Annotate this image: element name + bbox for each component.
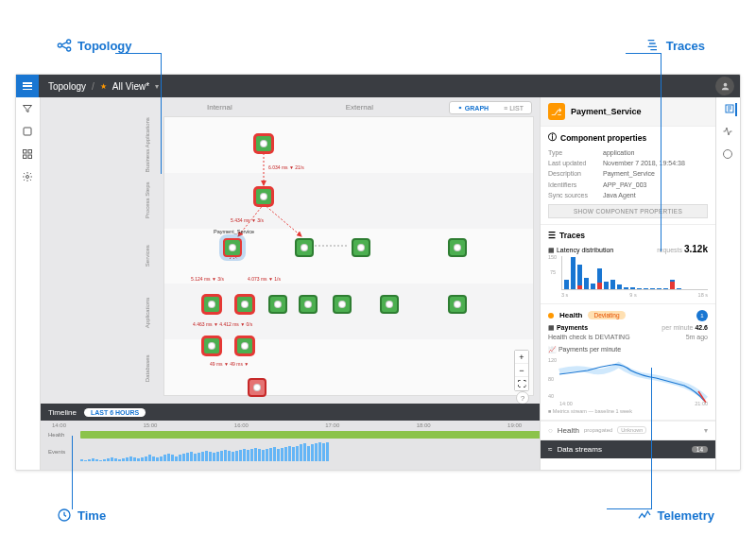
activity-tab-icon[interactable] xyxy=(722,126,735,139)
graph-node[interactable] xyxy=(202,295,221,314)
svg-point-2 xyxy=(67,47,71,51)
right-rail xyxy=(715,97,740,470)
row-label: Services xyxy=(135,228,160,284)
selected-node-label: Payment_Service xyxy=(214,229,254,234)
breadcrumb-view[interactable]: All View* xyxy=(112,81,149,92)
component-icon: ⎇ xyxy=(548,103,565,120)
menu-button[interactable] xyxy=(16,75,39,97)
svg-point-0 xyxy=(58,43,61,47)
traces-icon: ☰ xyxy=(548,231,556,240)
time-icon xyxy=(57,508,72,523)
graph-node[interactable] xyxy=(268,295,287,314)
svg-rect-6 xyxy=(23,150,26,154)
star-icon[interactable]: ★ xyxy=(100,82,107,91)
layers-icon[interactable] xyxy=(22,126,35,139)
latency-chart[interactable] xyxy=(561,256,708,290)
view-graph-button[interactable]: ⚬GRAPH xyxy=(450,102,496,113)
svg-point-12 xyxy=(723,150,731,159)
graph-icon: ⚬ xyxy=(457,104,463,112)
zoom-in-button[interactable]: + xyxy=(515,351,528,364)
graph-node[interactable] xyxy=(448,295,467,314)
section-health-propagated[interactable]: ○ Health propagated Unknown ▾ xyxy=(541,421,715,439)
info-icon: ⓘ xyxy=(548,132,557,144)
graph-node[interactable] xyxy=(352,238,370,257)
health-state-pill: Deviating xyxy=(588,311,625,319)
graph-node[interactable] xyxy=(299,295,318,314)
topology-icon xyxy=(57,38,72,53)
line-chart-icon: 📈 xyxy=(548,346,557,353)
graph-node[interactable] xyxy=(333,295,352,314)
row-label: Databases xyxy=(135,340,160,396)
graph-node[interactable] xyxy=(235,336,254,355)
graph-node[interactable] xyxy=(248,378,266,397)
svg-point-1 xyxy=(67,40,71,43)
tab-internal[interactable]: Internal xyxy=(207,103,232,112)
traces-icon xyxy=(645,38,661,53)
annotation-topology: Topology xyxy=(57,38,132,53)
health-count-badge: 1 xyxy=(696,310,708,321)
view-list-button[interactable]: ≡LIST xyxy=(496,102,531,113)
zoom-fit-button[interactable]: ⛶ xyxy=(515,377,528,390)
gear-icon[interactable] xyxy=(22,171,35,184)
svg-rect-7 xyxy=(28,150,32,154)
graph-node[interactable] xyxy=(448,238,467,257)
right-panel: ⎇ Payment_Service ⓘComponent properties … xyxy=(540,97,715,470)
row-label: Process Steps xyxy=(135,172,160,228)
show-props-button[interactable]: SHOW COMPONENT PROPERTIES xyxy=(548,204,708,218)
annotation-traces: Traces xyxy=(645,38,705,53)
grid-icon[interactable] xyxy=(22,148,35,162)
graph-node[interactable] xyxy=(235,295,254,314)
payments-chart[interactable]: 120 80 40 14:00 21:00 xyxy=(548,357,708,406)
app-window: Topology / ★ All View* ▾ Internal Extern… xyxy=(15,74,741,471)
svg-point-4 xyxy=(723,82,727,86)
topbar: Topology / ★ All View* ▾ xyxy=(16,75,740,97)
help-button[interactable]: ? xyxy=(516,391,529,405)
chevron-down-icon: ▾ xyxy=(704,426,708,435)
graph-node[interactable] xyxy=(254,187,273,206)
view-toggle: ⚬GRAPH ≡LIST xyxy=(449,101,532,114)
left-sidebar xyxy=(16,97,41,470)
telemetry-icon xyxy=(637,508,652,523)
component-name: Payment_Service xyxy=(571,107,642,116)
range-pill[interactable]: LAST 6 HOURS xyxy=(84,408,146,417)
zoom-out-button[interactable]: − xyxy=(515,364,528,377)
filter-icon[interactable] xyxy=(22,103,35,116)
close-panel-icon[interactable] xyxy=(722,148,735,162)
user-avatar[interactable] xyxy=(715,77,734,95)
graph-node-selected[interactable] xyxy=(223,238,242,257)
latency-icon: ▦ xyxy=(548,247,555,253)
annotation-time: Time xyxy=(57,508,106,523)
svg-rect-9 xyxy=(28,155,32,159)
annotation-telemetry: Telemetry xyxy=(637,508,714,523)
svg-rect-5 xyxy=(24,128,31,135)
svg-point-10 xyxy=(26,176,28,179)
section-data-streams[interactable]: ≈ Data streams 14 xyxy=(541,439,715,458)
timeline-title: Timeline xyxy=(48,408,77,417)
zoom-controls: + − ⛶ xyxy=(514,350,529,391)
timeline-health-label: Health xyxy=(48,432,75,438)
breadcrumb: Topology / ★ All View* ▾ xyxy=(48,81,159,92)
topology-graph[interactable]: 6.034 ms ▼ 21/s Payment_Service 5.434 ms… xyxy=(163,116,534,396)
main-canvas: Internal External ⚬GRAPH ≡LIST Business … xyxy=(41,97,540,404)
graph-node[interactable] xyxy=(380,295,399,314)
payments-icon: ▦ xyxy=(548,324,555,331)
row-label: Applications xyxy=(135,284,160,340)
tab-external[interactable]: External xyxy=(346,103,373,112)
stream-icon: ≈ xyxy=(548,445,552,454)
details-tab-icon[interactable] xyxy=(724,103,737,116)
svg-rect-8 xyxy=(23,155,26,159)
chevron-down-icon[interactable]: ▾ xyxy=(155,82,159,91)
list-icon: ≡ xyxy=(504,105,507,112)
breadcrumb-root[interactable]: Topology xyxy=(48,81,86,92)
graph-node[interactable] xyxy=(202,336,221,355)
graph-node[interactable] xyxy=(295,238,314,257)
row-label: Business Applications xyxy=(135,116,160,172)
graph-node[interactable] xyxy=(254,134,273,153)
timeline-events-label: Events xyxy=(48,449,75,455)
